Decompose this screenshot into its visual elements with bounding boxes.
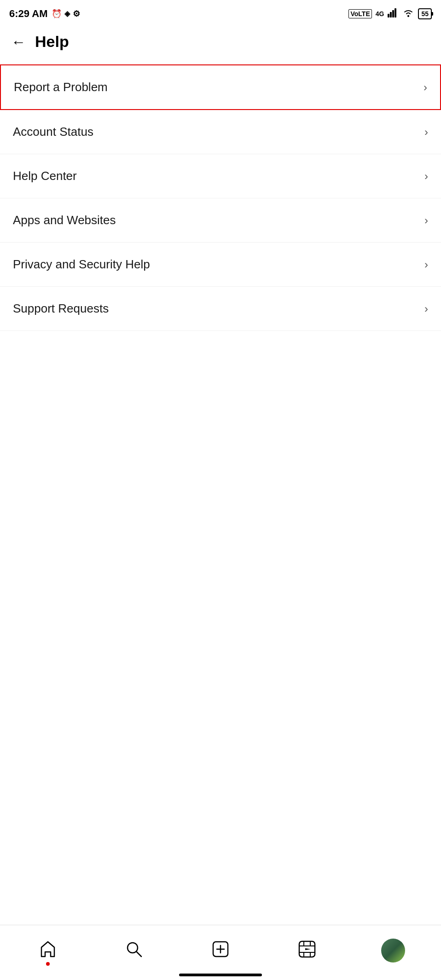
plus-square-icon <box>210 939 231 962</box>
svg-marker-17 <box>305 948 311 950</box>
signal-bars-icon <box>388 8 399 19</box>
nav-item-reels[interactable] <box>264 939 350 962</box>
svg-line-6 <box>136 951 141 957</box>
alarm-icon: ⏰ <box>52 9 62 19</box>
nav-item-home[interactable] <box>5 939 91 962</box>
chevron-icon-help-center: › <box>424 170 428 183</box>
page-title: Help <box>35 33 69 51</box>
back-button[interactable]: ← <box>11 35 26 49</box>
svg-rect-1 <box>390 12 392 17</box>
status-icons-left: ⏰ ◈ ⚙ <box>52 9 80 19</box>
nfc-icon: ◈ <box>64 9 70 18</box>
menu-item-privacy-security[interactable]: Privacy and Security Help› <box>0 243 441 287</box>
chevron-icon-account-status: › <box>424 126 428 139</box>
bottom-navigation <box>0 925 441 980</box>
volte-icon: VoLTE <box>348 9 371 18</box>
status-right: VoLTE 4G 55 <box>348 8 432 19</box>
menu-item-label-apps-websites: Apps and Websites <box>13 213 116 227</box>
menu-item-apps-websites[interactable]: Apps and Websites› <box>0 198 441 243</box>
wifi-icon <box>402 8 414 19</box>
reels-icon <box>297 939 317 962</box>
svg-rect-3 <box>395 8 396 17</box>
chevron-icon-report-problem: › <box>424 81 427 94</box>
time-display: 6:29 AM <box>9 8 48 20</box>
chevron-icon-privacy-security: › <box>424 258 428 271</box>
status-left: 6:29 AM ⏰ ◈ ⚙ <box>9 8 80 20</box>
menu-item-label-account-status: Account Status <box>13 125 93 139</box>
home-icon <box>38 939 58 962</box>
chevron-icon-support-requests: › <box>424 302 428 315</box>
profile-avatar <box>381 939 405 963</box>
svg-rect-2 <box>392 10 394 17</box>
menu-item-report-problem[interactable]: Report a Problem› <box>0 64 441 110</box>
settings-icon: ⚙ <box>73 9 80 19</box>
help-menu-list: Report a Problem›Account Status›Help Cen… <box>0 64 441 331</box>
nav-item-create[interactable] <box>177 939 264 962</box>
chevron-icon-apps-websites: › <box>424 214 428 227</box>
home-active-dot <box>46 962 50 966</box>
menu-item-label-report-problem: Report a Problem <box>14 80 108 94</box>
signal-4g-icon: 4G <box>376 10 384 17</box>
svg-rect-0 <box>388 14 389 17</box>
nav-item-search[interactable] <box>91 939 178 962</box>
home-indicator <box>179 974 262 976</box>
status-bar: 6:29 AM ⏰ ◈ ⚙ VoLTE 4G 55 <box>0 0 441 25</box>
menu-item-label-privacy-security: Privacy and Security Help <box>13 257 150 272</box>
battery-indicator: 55 <box>418 8 432 19</box>
svg-point-4 <box>407 15 409 17</box>
menu-item-account-status[interactable]: Account Status› <box>0 110 441 154</box>
menu-item-help-center[interactable]: Help Center› <box>0 154 441 198</box>
menu-item-label-help-center: Help Center <box>13 169 77 183</box>
search-icon <box>124 939 144 962</box>
nav-item-profile[interactable] <box>350 939 436 963</box>
menu-item-support-requests[interactable]: Support Requests› <box>0 287 441 331</box>
page-header: ← Help <box>0 25 441 60</box>
menu-item-label-support-requests: Support Requests <box>13 302 109 316</box>
battery-level: 55 <box>421 10 429 17</box>
